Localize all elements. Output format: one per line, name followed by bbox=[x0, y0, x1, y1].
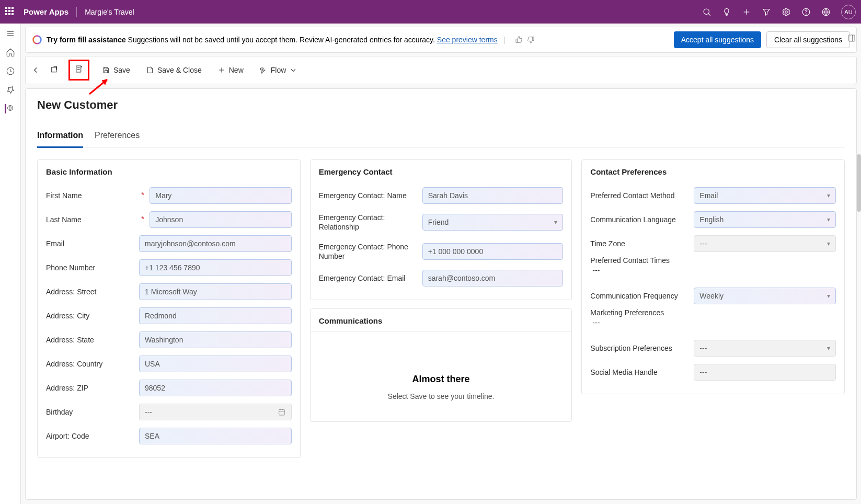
label-phone: Phone Number bbox=[46, 264, 134, 272]
clear-all-suggestions-button[interactable]: Clear all suggestions bbox=[766, 31, 850, 48]
suggestion-title: Try form fill assistance bbox=[47, 36, 126, 44]
settings-icon[interactable] bbox=[782, 7, 791, 17]
filter-icon[interactable] bbox=[762, 7, 771, 17]
label-pref-method: Preferred Contact Method bbox=[590, 191, 688, 200]
back-icon[interactable] bbox=[31, 65, 40, 75]
copilot-icon bbox=[32, 35, 42, 45]
form-page: New Customer Information Preferences Bas… bbox=[25, 88, 857, 500]
open-in-new-icon[interactable] bbox=[50, 65, 59, 75]
input-social-handle[interactable]: --- bbox=[694, 364, 836, 381]
select-pref-language[interactable]: English▾ bbox=[694, 211, 836, 228]
value-mkt-pref: --- bbox=[590, 318, 600, 327]
help-icon[interactable] bbox=[801, 7, 811, 17]
input-birthday[interactable]: --- bbox=[139, 404, 292, 420]
input-phone[interactable]: +1 123 456 7890 bbox=[139, 259, 292, 276]
label-ec-rel: Emergency Contact: Relationship bbox=[319, 213, 417, 232]
recent-icon[interactable] bbox=[6, 66, 15, 76]
svg-marker-25 bbox=[102, 79, 107, 85]
emergency-contact-card: Emergency Contact Emergency Contact: Nam… bbox=[310, 159, 572, 300]
environment-name: Margie's Travel bbox=[85, 8, 134, 16]
app-switcher-icon[interactable] bbox=[821, 7, 831, 17]
select-pref-method[interactable]: Email▾ bbox=[694, 187, 836, 204]
user-avatar[interactable]: AU bbox=[841, 5, 856, 19]
save-button[interactable]: Save bbox=[99, 64, 133, 76]
input-last-name[interactable]: Johnson bbox=[150, 211, 291, 228]
input-first-name[interactable]: Mary bbox=[150, 187, 291, 204]
label-birthday: Birthday bbox=[46, 408, 134, 416]
label-airport-code: Airport: Code bbox=[46, 432, 134, 440]
lightbulb-icon[interactable] bbox=[722, 7, 731, 17]
preview-terms-link[interactable]: See preview terms bbox=[437, 36, 498, 44]
input-ec-phone[interactable]: +1 000 000 0000 bbox=[422, 243, 564, 260]
chevron-down-icon: ▾ bbox=[827, 192, 830, 199]
label-last-name: Last Name bbox=[46, 215, 134, 224]
input-street[interactable]: 1 Microsoft Way bbox=[139, 283, 292, 300]
search-icon[interactable] bbox=[702, 7, 711, 17]
new-button[interactable]: New bbox=[214, 64, 247, 76]
suggestion-text: Suggestions will not be saved until you … bbox=[126, 36, 437, 44]
app-launcher-icon[interactable] bbox=[5, 7, 16, 17]
svg-rect-26 bbox=[279, 409, 284, 415]
svg-point-15 bbox=[33, 36, 41, 44]
copilot-pane-toggle-icon[interactable] bbox=[844, 31, 859, 45]
label-zip: Address: ZIP bbox=[46, 384, 134, 392]
select-timezone[interactable]: ---▾ bbox=[694, 235, 836, 252]
contact-preferences-card: Contact Preferences Preferred Contact Me… bbox=[581, 159, 845, 394]
thumbs-up-icon[interactable] bbox=[515, 36, 523, 44]
save-and-close-button[interactable]: Save & Close bbox=[143, 64, 205, 76]
form-fill-suggestion-bar: Try form fill assistance Suggestions wil… bbox=[25, 27, 857, 53]
add-icon[interactable] bbox=[742, 7, 751, 17]
app-title: Power Apps bbox=[24, 7, 68, 16]
globe-icon[interactable] bbox=[5, 104, 14, 113]
input-city[interactable]: Redmond bbox=[139, 307, 292, 324]
label-street: Address: Street bbox=[46, 288, 134, 296]
input-airport-code[interactable]: SEA bbox=[139, 428, 292, 444]
svg-point-6 bbox=[806, 14, 807, 14]
input-zip[interactable]: 98052 bbox=[139, 380, 292, 396]
flow-button[interactable]: Flow bbox=[256, 64, 301, 76]
svg-rect-20 bbox=[105, 67, 107, 69]
chevron-down-icon bbox=[289, 66, 297, 74]
command-bar: Save Save & Close New Flow bbox=[25, 56, 857, 84]
label-ec-name: Emergency Contact: Name bbox=[319, 191, 417, 200]
input-state[interactable]: Washington bbox=[139, 331, 292, 348]
input-country[interactable]: USA bbox=[139, 356, 292, 372]
input-ec-name[interactable]: Sarah Davis bbox=[422, 187, 564, 204]
timeline-empty-title: Almost there bbox=[321, 374, 561, 385]
select-ec-relationship[interactable]: Friend▾ bbox=[422, 214, 564, 231]
label-comm-freq: Communication Frequency bbox=[590, 291, 688, 301]
scrollbar[interactable] bbox=[857, 154, 861, 212]
chevron-down-icon: ▾ bbox=[827, 216, 830, 223]
section-header: Communications bbox=[311, 309, 572, 332]
select-comm-frequency[interactable]: Weekly▾ bbox=[694, 288, 836, 304]
basic-info-card: Basic Information First Name*Mary Last N… bbox=[37, 159, 301, 458]
label-ec-email: Emergency Contact: Email bbox=[319, 273, 417, 283]
form-fill-assist-icon bbox=[74, 64, 84, 74]
chevron-down-icon: ▾ bbox=[827, 292, 830, 300]
label-state: Address: State bbox=[46, 336, 134, 344]
input-email[interactable]: maryjohnson@contoso.com bbox=[139, 235, 292, 252]
thumbs-down-icon[interactable] bbox=[526, 36, 535, 44]
chevron-down-icon: ▾ bbox=[827, 240, 830, 247]
chevron-down-icon: ▾ bbox=[827, 345, 830, 352]
global-header: Power Apps Margie's Travel AU bbox=[0, 0, 861, 24]
value-pref-times: --- bbox=[590, 266, 600, 274]
accept-all-suggestions-button[interactable]: Accept all suggestions bbox=[674, 31, 761, 48]
hamburger-icon[interactable] bbox=[6, 29, 15, 38]
form-fill-toolbar-button-highlighted[interactable] bbox=[68, 60, 89, 81]
label-social: Social Media Handle bbox=[590, 368, 688, 377]
label-ec-phone: Emergency Contact: Phone Number bbox=[319, 242, 417, 261]
svg-rect-13 bbox=[848, 35, 855, 41]
tab-preferences[interactable]: Preferences bbox=[95, 128, 140, 147]
pin-icon[interactable] bbox=[6, 85, 15, 95]
section-header: Basic Information bbox=[38, 160, 300, 180]
divider bbox=[76, 7, 77, 17]
left-nav-rail bbox=[0, 24, 21, 504]
home-icon[interactable] bbox=[6, 48, 15, 57]
select-sub-pref[interactable]: ---▾ bbox=[694, 340, 836, 357]
label-pref-lang: Communication Language bbox=[590, 215, 688, 224]
section-header: Contact Preferences bbox=[582, 160, 844, 180]
calendar-icon bbox=[278, 408, 286, 416]
tab-information[interactable]: Information bbox=[37, 128, 83, 147]
input-ec-email[interactable]: sarah@contoso.com bbox=[422, 270, 564, 287]
